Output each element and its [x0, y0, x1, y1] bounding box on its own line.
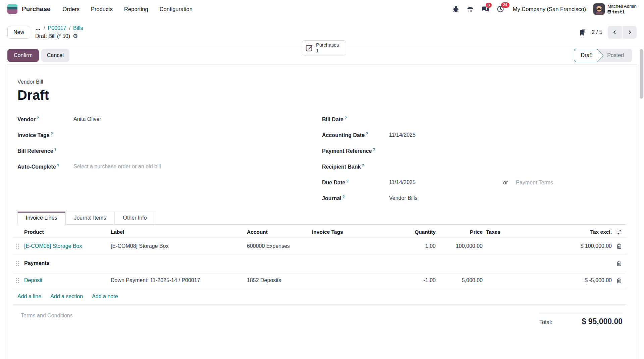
add-a-line-link[interactable]: Add a line — [17, 294, 41, 300]
pager-value[interactable]: 2 / 5 — [592, 29, 602, 35]
price-cell[interactable]: 5,000.00 — [436, 277, 483, 283]
label-cell[interactable]: [E-COM08] Storage Box — [111, 243, 247, 249]
tab-journal-items[interactable]: Journal Items — [65, 212, 114, 224]
sheet-footer: Terms and Conditions Total: $ 95,000.00 — [17, 313, 627, 326]
avatar — [593, 3, 605, 15]
form-sheet: Vendor Bill Draft Vendor? Anita Oliver I… — [7, 64, 637, 359]
delete-row-icon[interactable] — [612, 260, 627, 267]
header-product: Product — [22, 229, 111, 235]
pager: 2 / 5 — [580, 26, 637, 39]
auto-complete-input[interactable]: Select a purchase order or an old bill — [73, 164, 322, 170]
drag-handle-icon[interactable] — [13, 243, 22, 250]
help-icon: ? — [366, 132, 368, 136]
form-fields: Vendor? Anita Oliver Invoice Tags? Bill … — [17, 111, 627, 206]
price-cell[interactable]: 100,000.00 — [436, 243, 483, 249]
tab-other-info[interactable]: Other Info — [114, 212, 155, 224]
label-cell[interactable]: Down Payment: 11-2025-14 / P00017 — [111, 277, 247, 283]
menu-products[interactable]: Products — [91, 6, 113, 12]
settings-gear-icon[interactable]: ⚙ — [73, 33, 78, 39]
user-menu[interactable]: Mitchell Admin test1 — [593, 3, 637, 15]
quantity-cell[interactable]: 1.00 — [371, 243, 436, 249]
account-cell[interactable]: 600000 Expenses — [247, 243, 312, 249]
activities-clock-icon[interactable]: 24 — [497, 5, 504, 13]
drag-handle-icon[interactable] — [13, 260, 22, 267]
state-title: Draft — [17, 88, 627, 103]
purchases-smart-button[interactable]: Purchases 1 — [302, 40, 346, 55]
payment-terms-input[interactable]: Payment Terms — [516, 180, 553, 186]
drag-handle-icon[interactable] — [13, 277, 22, 284]
breadcrumb-item-bills[interactable]: Bills — [73, 24, 83, 32]
terms-and-conditions-input[interactable]: Terms and Conditions — [21, 313, 73, 319]
breadcrumb-current: Draft Bill (* 50) — [35, 32, 70, 40]
pager-previous-button[interactable] — [608, 26, 622, 39]
accounting-date-value[interactable]: 11/14/2025 — [389, 132, 627, 139]
user-meta: Mitchell Admin test1 — [607, 4, 637, 14]
tax-excl-cell[interactable]: $ 100,000.00 — [550, 243, 612, 249]
document-type-label: Vendor Bill — [17, 79, 627, 85]
field-auto-complete: Auto-Complete? Select a purchase order o… — [17, 159, 322, 175]
product-link[interactable]: Deposit — [24, 277, 42, 283]
menu-reporting[interactable]: Reporting — [124, 6, 148, 12]
tax-excl-cell[interactable]: $ -5,000.00 — [550, 277, 612, 283]
help-icon: ? — [57, 163, 59, 167]
vendor-value[interactable]: Anita Oliver — [73, 116, 322, 123]
table-row-storage-box: [E-COM08] Storage Box [E-COM08] Storage … — [13, 238, 627, 255]
bug-icon[interactable] — [452, 6, 459, 12]
help-icon: ? — [51, 132, 53, 136]
state-stepper: Draft Posted — [574, 49, 632, 62]
bill-date-value[interactable] — [389, 116, 627, 123]
invoice-lines-table: Product Label Account Invoice Tags Quant… — [13, 225, 627, 305]
bill-reference-value[interactable] — [73, 148, 322, 154]
recipient-bank-value[interactable] — [389, 164, 627, 170]
due-date-value[interactable]: 11/14/2025 — [389, 179, 503, 186]
messages-badge: 8 — [486, 3, 492, 8]
apps-menu-logo[interactable] — [7, 4, 17, 14]
auto-complete-label: Auto-Complete? — [17, 163, 73, 170]
field-bill-reference: Bill Reference? — [17, 143, 322, 159]
activities-badge: 24 — [501, 2, 509, 8]
vertical-scrollbar[interactable] — [640, 49, 643, 99]
confirm-button[interactable]: Confirm — [7, 49, 39, 62]
cancel-button[interactable]: Cancel — [41, 49, 69, 62]
company-switcher[interactable]: My Company (San Francisco) — [513, 6, 586, 12]
smart-button-count: 1 — [316, 48, 339, 54]
help-icon: ? — [346, 179, 348, 183]
add-a-note-link[interactable]: Add a note — [92, 294, 118, 300]
menu-configuration[interactable]: Configuration — [160, 6, 193, 12]
bookmark-icon[interactable] — [580, 29, 586, 36]
delete-row-icon[interactable] — [612, 243, 627, 250]
account-cell[interactable]: 1852 Deposits — [247, 277, 312, 283]
product-link[interactable]: [E-COM08] Storage Box — [24, 243, 82, 249]
menu-orders[interactable]: Orders — [63, 6, 79, 12]
journal-label: Journal? — [322, 195, 389, 201]
help-icon: ? — [54, 147, 57, 151]
journal-value[interactable]: Vendor Bills — [389, 195, 627, 202]
bill-date-label: Bill Date? — [322, 116, 389, 123]
field-accounting-date: Accounting Date? 11/14/2025 — [322, 127, 627, 143]
main-menu: Orders Products Reporting Configuration — [63, 6, 193, 12]
pager-next-button[interactable] — [623, 26, 637, 39]
section-name-cell[interactable]: Payments — [22, 260, 550, 266]
breadcrumb-item-p00017[interactable]: P00017 — [48, 24, 66, 32]
table-row-deposit: Deposit Down Payment: 11-2025-14 / P0001… — [13, 272, 627, 289]
messages-icon[interactable]: 8 — [481, 6, 489, 13]
total-label: Total: — [539, 319, 552, 325]
delete-row-icon[interactable] — [612, 277, 627, 284]
logo-stripe-middle — [7, 7, 17, 9]
add-a-section-link[interactable]: Add a section — [50, 294, 83, 300]
pager-buttons — [608, 26, 637, 39]
optional-columns-icon[interactable] — [612, 229, 627, 235]
payment-reference-label: Payment Reference? — [322, 147, 389, 154]
quantity-cell[interactable]: -1.00 — [371, 277, 436, 283]
app-name[interactable]: Purchase — [22, 5, 51, 13]
logo-stripe-top — [7, 4, 17, 7]
payment-reference-value[interactable] — [389, 148, 627, 154]
or-label: or — [503, 180, 508, 186]
header-tax-excl: Tax excl. — [550, 229, 612, 235]
invoice-tags-value[interactable] — [73, 132, 322, 139]
breadcrumb-ellipsis[interactable]: … — [35, 24, 41, 32]
tab-invoice-lines[interactable]: Invoice Lines — [17, 212, 65, 225]
voip-phone-icon[interactable] — [467, 6, 474, 12]
new-button[interactable]: New — [7, 26, 30, 39]
stage-draft[interactable]: Draft — [574, 49, 597, 62]
